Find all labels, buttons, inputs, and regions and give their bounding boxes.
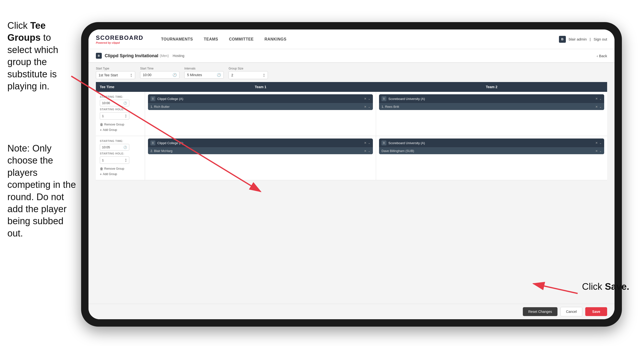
nav-teams[interactable]: TEAMS <box>198 35 224 43</box>
sign-out-link[interactable]: Sign out <box>594 37 607 41</box>
team1-name-1: Clippd College (A) <box>157 97 362 101</box>
back-button[interactable]: Back <box>596 54 607 58</box>
note-bold-prefix: Note: Only choose the players competing … <box>7 143 76 238</box>
tablet-screen: SCOREBOARD Powered by clippd TOURNAMENTS… <box>88 29 614 319</box>
team2-badge-1: B <box>382 96 386 101</box>
plus-icon-2: + <box>100 172 102 176</box>
team1-remove-2[interactable]: ✕ <box>364 141 366 145</box>
tee-left-col-1: STARTING TIME: 10:00 🕐 STARTING HOLE: 1 … <box>96 92 145 136</box>
remove-group-btn-1[interactable]: 🗑 Remove Group <box>100 122 141 127</box>
starting-hole-input-2[interactable]: 1 ▲▼ <box>100 156 129 164</box>
powered-by: Powered by clippd <box>96 41 143 44</box>
team1-expand-1[interactable]: ⌄ <box>368 97 370 100</box>
start-type-input[interactable]: 1st Tee Start ▲▼ <box>96 71 135 79</box>
group-size-chevrons: ▲▼ <box>263 73 265 77</box>
separator: | <box>590 37 591 41</box>
team1-remove-1[interactable]: ✕ <box>364 97 366 100</box>
add-group-btn-2[interactable]: + Add Group <box>100 172 141 177</box>
player-name-1-1: 1. Rich Butler <box>150 105 362 108</box>
reset-button[interactable]: Reset Changes <box>523 307 558 316</box>
team1-header-1: B Clippd College (A) ✕ ⌄ <box>148 94 373 103</box>
player-entry-2-1: 1. Rees Britt ✕ ⌄ <box>379 103 604 110</box>
tee-table: Tee Time Team 1 Team 2 STARTING TIME: 10… <box>96 82 607 304</box>
group-size-group: Group Size 2 ▲▼ <box>228 67 268 79</box>
team1-controls-1: ✕ ⌄ <box>364 97 370 100</box>
instructions-text: Click Tee Groups to select which group t… <box>0 15 79 97</box>
header-tee-time: Tee Time <box>96 82 145 92</box>
user-name: blair admin <box>569 37 587 41</box>
intervals-group: Intervals 5 Minutes 🕐 <box>184 67 224 79</box>
time-icon-2: 🕐 <box>124 146 127 149</box>
team2-controls-1: ✕ ⌄ <box>595 97 602 100</box>
start-type-chevrons: ▲▼ <box>130 73 132 77</box>
team2-remove-1[interactable]: ✕ <box>595 97 598 100</box>
tournament-badge: B <box>96 53 102 59</box>
intervals-input[interactable]: 5 Minutes 🕐 <box>184 71 224 79</box>
group-size-input[interactable]: 2 ▲▼ <box>228 71 268 79</box>
player-remove-2-1[interactable]: ✕ <box>595 105 598 108</box>
start-time-input[interactable]: 10:00 🕐 <box>140 71 180 79</box>
team2-name-1: Scoreboard University (A) <box>388 97 593 101</box>
nav-rankings[interactable]: RANKINGS <box>259 35 292 43</box>
team2-expand-2[interactable]: ⌄ <box>599 141 602 145</box>
remove-group-btn-2[interactable]: 🗑 Remove Group <box>100 166 141 171</box>
hole-chevrons-1: ▲▼ <box>124 114 127 118</box>
player-expand-1-2[interactable]: ⌄ <box>368 149 370 153</box>
team1-expand-2[interactable]: ⌄ <box>368 141 370 145</box>
start-type-group: Start Type 1st Tee Start ▲▼ <box>96 67 135 79</box>
player-name-2-2: Dave Billingham (SUB) <box>382 149 593 153</box>
settings-row: Start Type 1st Tee Start ▲▼ Start Time 1… <box>88 63 614 82</box>
starting-hole-input-1[interactable]: 1 ▲▼ <box>100 112 129 120</box>
player-expand-2-2[interactable]: ⌄ <box>599 149 602 153</box>
starting-hole-label-2: STARTING HOLE: <box>100 152 141 155</box>
player-remove-1-1[interactable]: ✕ <box>364 105 366 108</box>
scoreboard-logo: SCOREBOARD <box>96 34 143 41</box>
add-group-btn-1[interactable]: + Add Group <box>100 127 141 132</box>
team2-col-2: B Scoreboard University (A) ✕ ⌄ Dave Bil… <box>376 136 607 180</box>
tee-group: STARTING TIME: 10:00 🕐 STARTING HOLE: 1 … <box>96 92 607 136</box>
starting-time-input-1[interactable]: 10:00 🕐 <box>100 100 129 106</box>
starting-time-input-2[interactable]: 10:05 🕐 <box>100 144 129 151</box>
team1-entry-1: B Clippd College (A) ✕ ⌄ 1. Rich Butler <box>148 94 373 110</box>
starting-time-label-1: STARTING TIME: <box>100 95 141 98</box>
sub-header: B Clippd Spring Invitational (Men) Hosti… <box>88 49 614 63</box>
tablet-frame: SCOREBOARD Powered by clippd TOURNAMENTS… <box>81 22 622 327</box>
player-remove-2-2[interactable]: ✕ <box>595 149 598 153</box>
player-controls-1-2: ✕ ⌄ <box>364 149 370 153</box>
team2-expand-1[interactable]: ⌄ <box>599 97 602 100</box>
bottom-bar: Reset Changes Cancel Save <box>88 304 614 319</box>
team1-badge-2: B <box>150 140 155 145</box>
logo-area: SCOREBOARD Powered by clippd <box>96 34 143 44</box>
tee-group-2: STARTING TIME: 10:05 🕐 STARTING HOLE: 1 … <box>96 136 607 180</box>
player-expand-1-1[interactable]: ⌄ <box>368 105 370 108</box>
start-time-group: Start Time 10:00 🕐 <box>140 67 180 79</box>
hole-chevrons-2: ▲▼ <box>124 158 127 162</box>
instruction-prefix: Click <box>7 20 30 31</box>
tournament-gender: (Men) <box>160 54 169 58</box>
nav-tournaments[interactable]: TOURNAMENTS <box>156 35 198 43</box>
team2-name-2: Scoreboard University (A) <box>388 141 593 145</box>
click-save-label: Click Save. <box>582 281 629 292</box>
table-header: Tee Time Team 1 Team 2 <box>96 82 607 92</box>
intervals-clock-icon: 🕐 <box>217 73 221 77</box>
cancel-button[interactable]: Cancel <box>560 307 582 316</box>
player-entry-2-2: Dave Billingham (SUB) ✕ ⌄ <box>379 147 604 154</box>
nav-committee[interactable]: COMMITTEE <box>224 35 259 43</box>
team2-header-1: B Scoreboard University (A) ✕ ⌄ <box>379 94 604 103</box>
save-button[interactable]: Save <box>585 307 607 316</box>
group-size-label: Group Size <box>228 67 268 70</box>
start-time-label: Start Time <box>140 67 180 70</box>
team2-badge-2: B <box>382 140 386 145</box>
player-name-1-2: 2. Blair McHarg <box>150 149 362 153</box>
team2-remove-2[interactable]: ✕ <box>595 141 598 145</box>
clock-icon: 🕐 <box>172 73 177 77</box>
team2-col-1: B Scoreboard University (A) ✕ ⌄ 1. Rees … <box>376 92 607 136</box>
player-name-2-1: 1. Rees Britt <box>382 105 593 108</box>
starting-hole-label-1: STARTING HOLE: <box>100 108 141 111</box>
player-remove-1-2[interactable]: ✕ <box>364 149 366 153</box>
player-entry-1-2: 2. Blair McHarg ✕ ⌄ <box>148 147 373 154</box>
player-expand-2-1[interactable]: ⌄ <box>599 105 602 108</box>
header-team1: Team 1 <box>145 82 376 92</box>
team2-header-2: B Scoreboard University (A) ✕ ⌄ <box>379 138 604 147</box>
team1-col-1: B Clippd College (A) ✕ ⌄ 1. Rich Butler <box>145 92 376 136</box>
